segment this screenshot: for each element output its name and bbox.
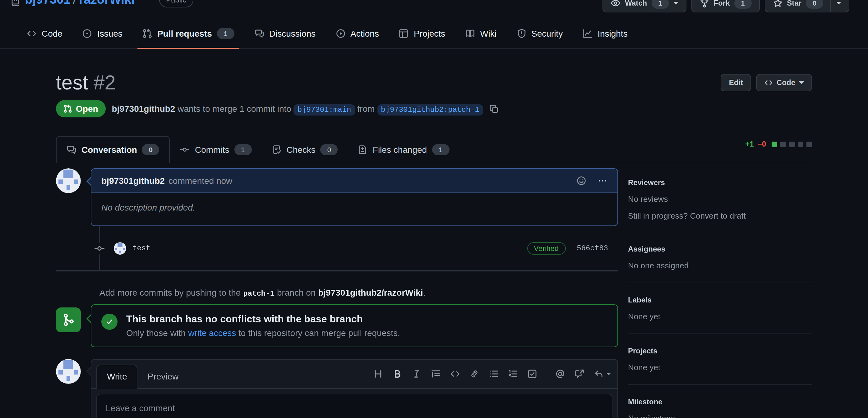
sidebar-section-labels[interactable]: Labels None yet [628, 283, 812, 334]
pr-tab-bar: Conversation 0 Commits 1 Checks 0 Files … [56, 134, 812, 163]
push-hint-text: . [423, 287, 426, 298]
play-icon [336, 29, 345, 38]
smiley-icon[interactable] [577, 175, 586, 185]
star-button[interactable]: Star 0 [765, 0, 849, 12]
quote-icon[interactable] [431, 369, 441, 379]
deletions: −0 [757, 140, 766, 148]
code-dropdown-button[interactable]: Code [756, 74, 812, 91]
issue-opened-icon [82, 29, 92, 38]
avatar[interactable] [56, 168, 81, 193]
nav-tab-projects[interactable]: Projects [389, 19, 455, 48]
repo-name-link[interactable]: razorWiki [79, 0, 135, 6]
sidebar-section-assignees[interactable]: Assignees No one assigned [628, 232, 812, 283]
saved-replies-button[interactable] [594, 369, 611, 379]
status-badge: Open [56, 100, 106, 117]
sidebar-section-title: Assignees [628, 245, 812, 253]
copy-icon[interactable] [489, 104, 499, 113]
caret-down-icon[interactable] [836, 2, 841, 4]
breadcrumb-separator: / [70, 0, 79, 6]
mention-icon[interactable] [555, 369, 565, 379]
table-icon [399, 29, 409, 38]
nav-tab-actions[interactable]: Actions [326, 19, 389, 48]
diffstat: +1 −0 [745, 140, 812, 148]
list-ordered-icon[interactable] [508, 369, 518, 379]
status-badge-label: Open [76, 104, 98, 114]
convert-to-draft-link[interactable]: Convert to draft [690, 211, 745, 220]
tab-label: Commits [195, 145, 229, 155]
github-pull-request-page: bj97301/razorWiki Public Watch 1 Fork 1 … [0, 0, 868, 418]
code-icon [27, 29, 37, 38]
write-access-link[interactable]: write access [188, 328, 236, 338]
eye-icon [611, 0, 621, 8]
comment-header: bj97301github2 commented now [91, 169, 617, 193]
commits-count: 1 [234, 144, 251, 155]
nav-tab-label: Discussions [269, 29, 315, 38]
diffstat-block [798, 141, 803, 147]
from-text: from [357, 103, 375, 113]
sidebar-section-projects[interactable]: Projects None yet [628, 334, 812, 385]
check-icon [101, 314, 118, 330]
commit-message-link[interactable]: test [132, 244, 151, 252]
sidebar-section-title: Milestone [628, 397, 812, 406]
sidebar-section-value: No reviews [628, 195, 812, 204]
merge-status-box: This branch has no conflicts with the ba… [91, 304, 618, 347]
avatar[interactable] [114, 242, 126, 254]
head-branch-label[interactable]: bj97301github2:patch-1 [377, 104, 483, 115]
caret-down-icon [673, 2, 678, 4]
tab-commits[interactable]: Commits 1 [170, 137, 261, 163]
pr-author[interactable]: bj97301github2 [112, 103, 175, 113]
nav-tab-code[interactable]: Code [17, 19, 72, 48]
italic-icon[interactable] [412, 369, 422, 379]
pr-header: test #2 Edit Code [56, 49, 812, 95]
repo-owner-link[interactable]: bj97301 [25, 0, 70, 6]
nav-tab-issues[interactable]: Issues [72, 19, 132, 48]
nav-tab-insights[interactable]: Insights [572, 19, 638, 48]
heading-icon[interactable] [373, 369, 383, 379]
tab-preview[interactable]: Preview [138, 365, 189, 388]
tasklist-icon[interactable] [527, 369, 537, 379]
nav-tab-label: Insights [597, 29, 628, 38]
merge-description: bj97301github2 wants to merge 1 commit i… [112, 103, 499, 114]
git-pull-request-icon [63, 104, 72, 113]
repo-actions: Watch 1 Fork 1 Star 0 [602, 0, 849, 12]
nav-tab-pull-requests[interactable]: Pull requests 1 [132, 19, 244, 48]
base-branch-label[interactable]: bj97301:main [294, 104, 355, 115]
pr-status-row: Open bj97301github2 wants to merge 1 com… [56, 100, 812, 117]
comment-timestamp[interactable]: now [216, 175, 232, 185]
nav-tab-label: Issues [97, 29, 123, 38]
nav-tab-label: Wiki [480, 29, 496, 38]
tab-label: Files changed [373, 145, 427, 155]
graph-icon [583, 29, 593, 38]
code-icon[interactable] [450, 369, 460, 379]
repo-full-name: bj97301github2/razorWiki [318, 287, 423, 298]
list-unordered-icon[interactable] [489, 369, 499, 379]
additions: +1 [745, 140, 753, 148]
bold-icon[interactable] [392, 369, 402, 379]
fork-button[interactable]: Fork 1 [691, 0, 760, 12]
verified-badge[interactable]: Verified [527, 242, 565, 254]
repo-header: bj97301/razorWiki Public Watch 1 Fork 1 … [0, 0, 868, 19]
nav-tab-wiki[interactable]: Wiki [455, 19, 506, 48]
sidebar-section-value: None yet [628, 363, 812, 372]
comment-author[interactable]: bj97301github2 [101, 175, 165, 185]
tab-conversation[interactable]: Conversation 0 [56, 136, 170, 163]
merge-status-subtitle: Only those with write access to this rep… [126, 328, 400, 338]
edit-button[interactable]: Edit [721, 74, 751, 91]
comment-input[interactable] [96, 394, 613, 418]
pr-title-text: test [56, 71, 88, 94]
merge-sub-text: to this repository can merge pull reques… [239, 328, 400, 338]
sidebar-section-milestone[interactable]: Milestone No milestone [628, 385, 812, 418]
tab-write[interactable]: Write [96, 364, 138, 389]
commit-sha-link[interactable]: 566cf83 [577, 244, 608, 252]
sidebar-section-value: No one assigned [628, 261, 812, 270]
kebab-menu-icon[interactable] [597, 175, 608, 185]
tab-checks[interactable]: Checks 0 [261, 137, 348, 163]
comment-arrow [87, 176, 92, 186]
tab-files-changed[interactable]: Files changed 1 [348, 137, 459, 163]
cross-reference-icon[interactable] [575, 369, 585, 379]
nav-tab-security[interactable]: Security [506, 19, 572, 48]
sidebar-section-reviewers[interactable]: Reviewers No reviews Still in progress? … [628, 168, 812, 232]
link-icon[interactable] [469, 369, 479, 379]
watch-button[interactable]: Watch 1 [602, 0, 686, 12]
nav-tab-discussions[interactable]: Discussions [244, 19, 326, 48]
